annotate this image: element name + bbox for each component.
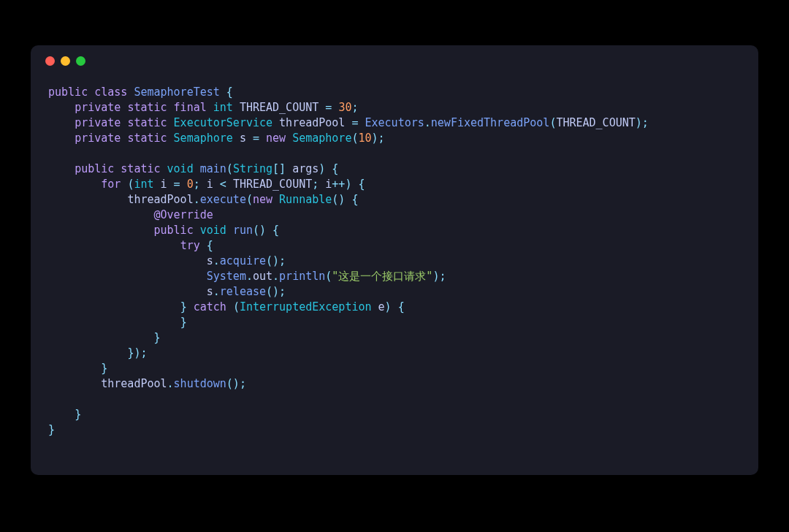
- paren: (): [266, 254, 279, 267]
- type-semaphore: Semaphore: [174, 132, 233, 145]
- fn-run: run: [233, 224, 253, 237]
- paren: (): [253, 224, 266, 237]
- brace: {: [398, 300, 405, 314]
- brace: }: [75, 408, 81, 421]
- keyword-public: public: [48, 86, 88, 99]
- paren: ): [319, 162, 325, 175]
- type-void: void: [167, 162, 194, 175]
- brace: }): [127, 346, 140, 360]
- keyword-try: try: [180, 239, 200, 252]
- paren: (): [226, 377, 240, 390]
- semi: ;: [279, 285, 286, 298]
- dot: .: [246, 270, 253, 283]
- keyword-static: static: [127, 116, 167, 129]
- keyword-private: private: [75, 101, 121, 114]
- keyword-public: public: [154, 224, 194, 237]
- annotation-override: @Override: [154, 208, 213, 221]
- op-inc: ++: [332, 178, 345, 191]
- type-string: String: [233, 162, 272, 175]
- type-interruptedexception: InterruptedException: [240, 300, 372, 314]
- brace: }: [101, 362, 107, 375]
- var-i: i: [325, 178, 332, 191]
- dot: .: [213, 254, 220, 267]
- var-s: s: [207, 254, 213, 267]
- fn-println: println: [279, 270, 325, 283]
- dot: .: [167, 377, 174, 390]
- dot: .: [424, 116, 431, 129]
- num-30: 30: [338, 101, 351, 114]
- arg-thread-count: THREAD_COUNT: [556, 116, 635, 129]
- paren: (): [266, 285, 279, 298]
- obj-system: System: [207, 270, 246, 283]
- keyword-new: new: [253, 193, 272, 206]
- keyword-catch: catch: [194, 300, 226, 314]
- type-int: int: [213, 101, 233, 114]
- op-eq: =: [253, 132, 259, 145]
- keyword-private: private: [75, 116, 121, 129]
- paren: (: [246, 193, 253, 206]
- fn-main: main: [200, 162, 226, 175]
- keyword-static: static: [127, 101, 167, 114]
- maximize-icon[interactable]: [76, 56, 85, 66]
- code-window: public class SemaphoreTest { private sta…: [31, 45, 758, 475]
- fn-acquire: acquire: [220, 254, 266, 267]
- keyword-class: class: [94, 86, 127, 99]
- class-executors: Executors: [365, 116, 424, 129]
- ctor-semaphore: Semaphore: [292, 132, 351, 145]
- var-args: args: [292, 162, 319, 175]
- fn-execute: execute: [200, 193, 246, 206]
- code-editor[interactable]: public class SemaphoreTest { private sta…: [31, 76, 758, 452]
- semi: ;: [642, 116, 649, 129]
- fn-newfixedthreadpool: newFixedThreadPool: [431, 116, 550, 129]
- num-10: 10: [358, 132, 371, 145]
- keyword-public: public: [75, 162, 114, 175]
- keyword-private: private: [75, 132, 121, 145]
- var-s: s: [240, 132, 246, 145]
- string-literal: "这是一个接口请求": [332, 270, 432, 283]
- op-eq: =: [174, 178, 180, 191]
- op-eq: =: [325, 101, 332, 114]
- paren: (: [233, 300, 240, 314]
- brace: }: [180, 316, 187, 329]
- type-int: int: [134, 178, 153, 191]
- semi: ;: [351, 101, 358, 114]
- semi: ;: [194, 178, 200, 191]
- keyword-new: new: [266, 132, 286, 145]
- brace: {: [226, 86, 233, 99]
- var-i: i: [207, 178, 213, 191]
- num-0: 0: [187, 178, 194, 191]
- fn-release: release: [220, 285, 266, 298]
- fn-shutdown: shutdown: [174, 377, 226, 390]
- var-threadpool: threadPool: [279, 116, 345, 129]
- brace: }: [180, 300, 187, 314]
- keyword-final: final: [174, 101, 207, 114]
- window-titlebar: [31, 45, 758, 76]
- keyword-static: static: [127, 132, 167, 145]
- brace: {: [272, 224, 279, 237]
- var-threadpool: threadPool: [127, 193, 193, 206]
- minimize-icon[interactable]: [61, 56, 70, 66]
- obj-out: out: [253, 270, 272, 283]
- dot: .: [194, 193, 200, 206]
- var-e: e: [378, 300, 385, 314]
- type-runnable: Runnable: [279, 193, 332, 206]
- close-icon[interactable]: [45, 56, 55, 66]
- type-void: void: [200, 224, 226, 237]
- brace: }: [48, 423, 55, 436]
- brace: }: [154, 331, 161, 344]
- brace: {: [351, 193, 358, 206]
- paren: ): [345, 178, 351, 191]
- paren: (: [226, 162, 233, 175]
- semi: ;: [378, 132, 385, 145]
- semi: ;: [140, 346, 147, 360]
- paren: ): [372, 132, 378, 145]
- const-thread-count: THREAD_COUNT: [240, 101, 319, 114]
- paren: ): [385, 300, 392, 314]
- class-name: SemaphoreTest: [134, 86, 219, 99]
- brace: {: [358, 178, 365, 191]
- op-eq: =: [351, 116, 358, 129]
- var-threadpool: threadPool: [101, 377, 167, 390]
- keyword-for: for: [101, 178, 121, 191]
- semi: ;: [240, 377, 246, 390]
- brace: {: [207, 239, 213, 252]
